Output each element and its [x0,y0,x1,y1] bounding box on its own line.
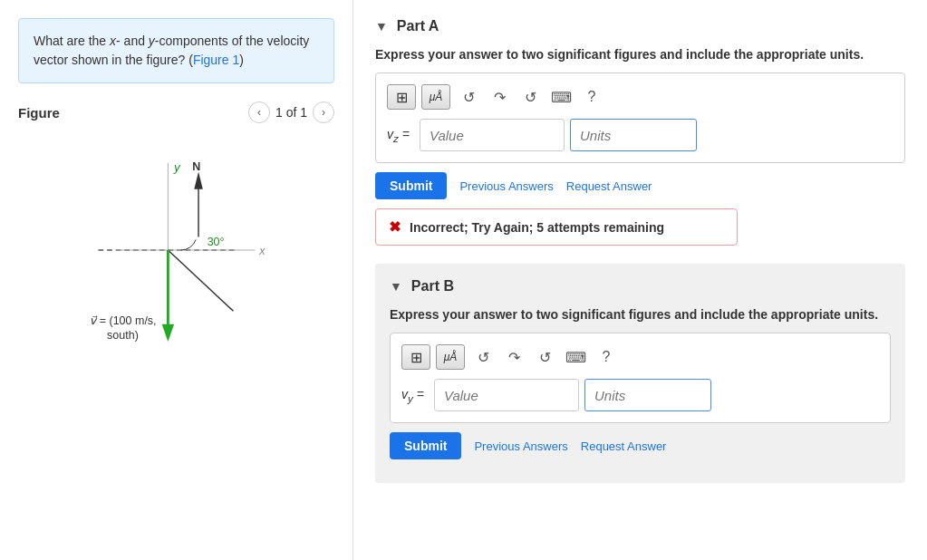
part-b-section: ▼ Part B Express your answer to two sign… [375,264,905,483]
part-a-prev-answers-link[interactable]: Previous Answers [459,179,553,193]
part-b-units-input[interactable] [584,379,711,411]
svg-text:south): south) [107,329,139,342]
part-b-submit-button[interactable]: Submit [390,432,461,459]
part-b-request-answer-link[interactable]: Request Answer [581,439,667,453]
part-b-redo-button[interactable]: ↷ [501,344,526,370]
undo-button[interactable]: ↺ [456,84,481,110]
figure-area: y x N 30° v⃗ [18,132,334,368]
part-b-value-input[interactable] [434,379,579,411]
part-a-units-input[interactable] [570,119,697,151]
mu-button[interactable]: μÅ [421,84,450,110]
part-a-answer-box: ⊞ μÅ ↺ ↷ ↺ ⌨ ? vz = [375,72,905,163]
part-a-toolbar: ⊞ μÅ ↺ ↷ ↺ ⌨ ? [387,84,893,110]
help-button[interactable]: ? [579,84,604,110]
svg-line-9 [168,250,233,311]
part-b-undo-button[interactable]: ↺ [470,344,496,370]
part-a-instructions: Express your answer to two significant f… [375,47,905,62]
question-text: What are the x- and y-components of the … [34,34,309,67]
question-box: What are the x- and y-components of the … [18,18,334,83]
part-b-title: Part B [411,278,454,294]
svg-marker-6 [194,171,203,188]
svg-text:N: N [192,160,200,173]
part-b-collapse-icon[interactable]: ▼ [390,279,402,294]
figure-nav: ‹ 1 of 1 › [248,101,334,123]
error-text: Incorrect; Try Again; 5 attempts remaini… [410,220,664,235]
part-b-header: ▼ Part B [390,278,891,294]
part-b-refresh-button[interactable]: ↺ [532,344,557,370]
part-b-action-row: Submit Previous Answers Request Answer [390,432,891,459]
part-a-error-box: ✖ Incorrect; Try Again; 5 attempts remai… [375,208,738,246]
part-a-title: Part A [397,18,439,34]
part-b-instructions: Express your answer to two significant f… [390,307,891,322]
figure-nav-label: 1 of 1 [275,105,307,120]
svg-text:x: x [258,245,266,257]
svg-text:v⃗
           = (100 m/s,: v⃗ = (100 m/s, [89,314,156,327]
svg-text:y: y [173,160,181,174]
svg-marker-11 [161,324,173,342]
part-b-input-row: vy = [401,379,879,411]
part-b-keyboard-button[interactable]: ⌨ [563,344,588,370]
figure-link[interactable]: Figure 1 [193,53,239,67]
part-b-matrix-button[interactable]: ⊞ [401,344,430,370]
error-icon: ✖ [389,218,401,236]
part-a-action-row: Submit Previous Answers Request Answer [375,172,905,199]
refresh-button[interactable]: ↺ [517,84,543,110]
part-a-header: ▼ Part A [375,18,905,34]
part-b-answer-box: ⊞ μÅ ↺ ↷ ↺ ⌨ ? vy = [390,333,891,423]
redo-button[interactable]: ↷ [487,84,512,110]
part-a-section: ▼ Part A Express your answer to two sign… [375,18,905,246]
part-b-toolbar: ⊞ μÅ ↺ ↷ ↺ ⌨ ? [401,344,879,370]
figure-svg: y x N 30° v⃗ [41,137,313,363]
part-a-submit-button[interactable]: Submit [375,172,447,199]
part-b-help-button[interactable]: ? [594,344,619,370]
part-b-mu-button[interactable]: μÅ [436,344,465,370]
part-a-input-row: vz = [387,119,893,151]
part-a-value-input[interactable] [420,119,565,151]
svg-text:30°: 30° [207,236,224,248]
part-a-collapse-icon[interactable]: ▼ [375,19,388,34]
part-b-var-label: vy = [401,387,429,404]
part-a-var-label: vz = [387,127,414,144]
keyboard-button[interactable]: ⌨ [548,84,574,110]
figure-next-button[interactable]: › [313,101,334,123]
matrix-button[interactable]: ⊞ [387,84,416,110]
figure-prev-button[interactable]: ‹ [248,101,270,123]
part-a-request-answer-link[interactable]: Request Answer [566,179,652,193]
figure-title: Figure [18,105,60,121]
figure-header: Figure ‹ 1 of 1 › [18,101,334,123]
part-b-prev-answers-link[interactable]: Previous Answers [474,439,567,453]
